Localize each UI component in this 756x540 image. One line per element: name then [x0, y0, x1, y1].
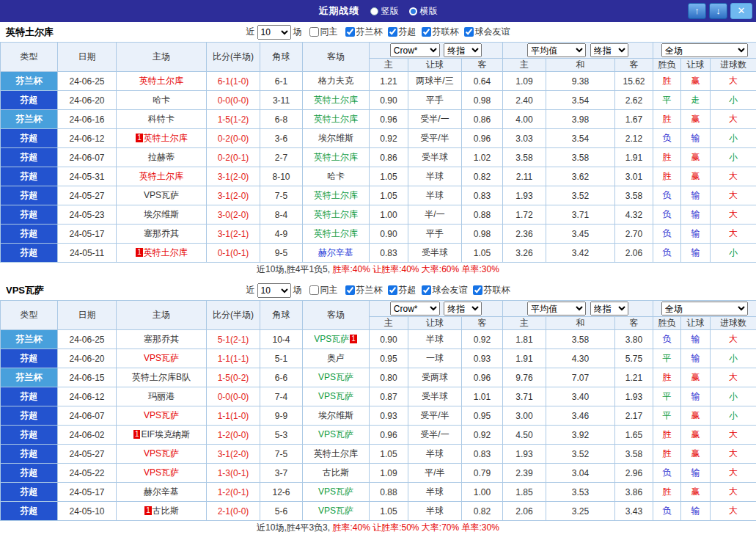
league-checkbox[interactable]: [464, 27, 474, 37]
same-home-checkbox[interactable]: [309, 285, 319, 295]
bookmaker-select[interactable]: Crow*: [390, 302, 440, 315]
home-team-link[interactable]: 英特土尔库: [144, 133, 188, 143]
league-checkbox[interactable]: [388, 285, 397, 295]
average-final-select[interactable]: 终指: [590, 302, 628, 315]
home-team-link[interactable]: 玛丽港: [148, 391, 175, 401]
league-filter[interactable]: 球会友谊: [422, 284, 468, 296]
home-team-link[interactable]: VPS瓦萨: [144, 448, 179, 459]
league-checkbox[interactable]: [345, 285, 355, 295]
same-home-checkbox[interactable]: [309, 27, 319, 37]
home-team-link[interactable]: EIF埃克纳斯: [141, 429, 190, 439]
match-score[interactable]: 3-1(2-0): [207, 445, 260, 464]
away-team-link[interactable]: 古比斯: [323, 467, 349, 478]
away-team-link[interactable]: VPS瓦萨: [314, 334, 349, 344]
home-team-link[interactable]: VPS瓦萨: [144, 410, 179, 420]
league-filter[interactable]: 球会友谊: [464, 26, 510, 38]
home-team-link[interactable]: 科特卡: [148, 114, 175, 124]
away-team-link[interactable]: 埃尔维斯: [318, 410, 353, 420]
match-score[interactable]: 3-0(2-0): [207, 205, 260, 225]
match-score[interactable]: 0-2(0-0): [207, 129, 260, 148]
home-team-link[interactable]: VPS瓦萨: [144, 353, 179, 363]
match-score[interactable]: 5-1(2-1): [207, 330, 260, 349]
home-team-link[interactable]: 赫尔辛基: [144, 486, 179, 497]
summary-stats: 胜率:40% 让胜率:50% 大率:70% 单率:30%: [332, 522, 499, 533]
match-score[interactable]: 0-1(0-1): [207, 244, 260, 263]
home-team-link[interactable]: VPS瓦萨: [144, 467, 179, 478]
match-score[interactable]: 2-1(0-0): [207, 502, 260, 521]
away-team-link[interactable]: 英特土尔库: [314, 152, 358, 162]
match-score[interactable]: 6-1(1-0): [207, 72, 260, 91]
away-team-link[interactable]: 奥卢: [327, 353, 345, 363]
league-filter[interactable]: 芬超: [388, 26, 416, 38]
away-team-link[interactable]: 英特土尔库: [314, 190, 358, 200]
average-select[interactable]: 平均值: [527, 302, 586, 315]
league-checkbox[interactable]: [473, 285, 482, 295]
away-team-link[interactable]: 英特土尔库: [314, 114, 358, 124]
match-score[interactable]: 1-2(0-1): [207, 483, 260, 502]
home-team-link[interactable]: 英特土尔库B队: [132, 372, 191, 382]
home-team-link[interactable]: 哈卡: [153, 95, 170, 105]
radio-unchecked-icon[interactable]: [370, 7, 378, 15]
league-checkbox[interactable]: [422, 285, 431, 295]
league-checkbox[interactable]: [388, 27, 397, 37]
move-up-button[interactable]: ↑: [688, 3, 706, 19]
match-score[interactable]: 3-1(2-1): [207, 225, 260, 244]
home-team-link[interactable]: 塞那乔其: [144, 228, 179, 238]
away-team-link[interactable]: 英特土尔库: [314, 209, 358, 219]
league-filter[interactable]: 芬超: [388, 284, 416, 296]
layout-option-vertical[interactable]: 竖版: [370, 5, 399, 18]
away-team-link[interactable]: 赫尔辛基: [318, 247, 353, 258]
layout-option-horizontal[interactable]: 横版: [409, 5, 438, 18]
away-team-link[interactable]: VPS瓦萨: [318, 486, 353, 497]
move-down-button[interactable]: ↓: [709, 3, 727, 19]
home-team-link[interactable]: 塞那乔其: [144, 334, 179, 344]
match-score[interactable]: 0-2(0-1): [207, 148, 260, 167]
league-filter[interactable]: 芬联杯: [473, 284, 510, 296]
fullmatch-select[interactable]: 全场: [661, 302, 748, 315]
home-team-link[interactable]: 拉赫蒂: [148, 152, 175, 162]
away-team-link[interactable]: VPS瓦萨: [318, 372, 353, 382]
recent-count-select[interactable]: 10: [257, 25, 291, 40]
average-final-select[interactable]: 终指: [590, 43, 628, 57]
match-score[interactable]: 3-1(2-0): [207, 167, 260, 186]
match-score[interactable]: 1-1(1-0): [207, 406, 260, 426]
bookmaker-final-select[interactable]: 终指: [444, 302, 482, 315]
home-team-link[interactable]: 埃尔维斯: [144, 209, 179, 219]
league-filter[interactable]: 芬兰杯: [345, 26, 383, 38]
same-home-filter[interactable]: 同主: [309, 26, 338, 38]
away-team-link[interactable]: 哈卡: [327, 171, 345, 181]
away-team-link[interactable]: VPS瓦萨: [318, 429, 353, 439]
average-select[interactable]: 平均值: [527, 43, 586, 57]
away-team-link[interactable]: 英特土尔库: [314, 228, 358, 238]
match-score[interactable]: 0-0(0-0): [207, 91, 260, 110]
fullmatch-select[interactable]: 全场: [661, 43, 748, 57]
match-score[interactable]: 1-5(0-2): [207, 368, 260, 387]
match-score[interactable]: 1-3(0-1): [207, 464, 260, 483]
close-button[interactable]: ✕: [730, 3, 752, 19]
league-filter[interactable]: 芬联杯: [422, 26, 459, 38]
recent-count-select[interactable]: 10: [257, 283, 291, 298]
league-checkbox[interactable]: [422, 27, 431, 37]
home-team-link[interactable]: VPS瓦萨: [144, 190, 179, 200]
league-filter[interactable]: 芬兰杯: [345, 284, 383, 296]
league-checkbox[interactable]: [345, 27, 355, 37]
away-team-link[interactable]: 英特土尔库: [314, 95, 358, 105]
home-team-link[interactable]: 英特土尔库: [139, 76, 183, 86]
match-score[interactable]: 1-2(0-0): [207, 426, 260, 445]
away-team-link[interactable]: 格力夫克: [318, 76, 353, 86]
match-score[interactable]: 0-0(0-0): [207, 387, 260, 406]
away-team-link[interactable]: VPS瓦萨: [318, 506, 353, 516]
radio-checked-icon[interactable]: [409, 7, 417, 15]
bookmaker-final-select[interactable]: 终指: [444, 43, 482, 57]
away-team-link[interactable]: 英特土尔库: [314, 448, 358, 459]
away-team-link[interactable]: VPS瓦萨: [318, 391, 353, 401]
home-team-link[interactable]: 英特土尔库: [144, 247, 188, 258]
home-team-link[interactable]: 英特土尔库: [139, 171, 183, 181]
match-score[interactable]: 1-1(1-1): [207, 349, 260, 368]
home-team-link[interactable]: 古比斯: [153, 506, 179, 516]
bookmaker-select[interactable]: Crow*: [390, 43, 440, 57]
match-score[interactable]: 3-1(2-0): [207, 186, 260, 205]
match-score[interactable]: 1-5(1-2): [207, 110, 260, 129]
same-home-filter[interactable]: 同主: [309, 284, 338, 296]
away-team-link[interactable]: 埃尔维斯: [318, 133, 353, 143]
